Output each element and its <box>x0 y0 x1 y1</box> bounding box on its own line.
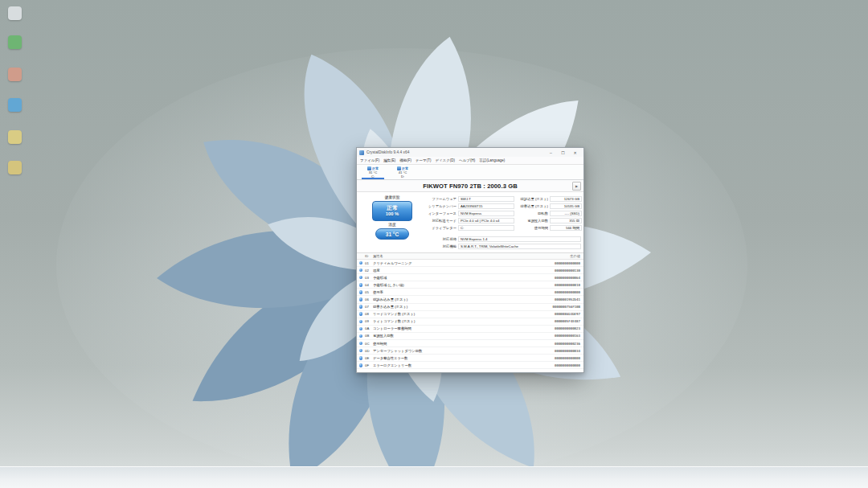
desktop-shortcut-icon[interactable] <box>8 161 22 174</box>
disk-tab[interactable]: 正常 41 °C D: <box>389 166 416 179</box>
smart-attribute-id: 04 <box>365 283 373 287</box>
health-status-button[interactable]: 正常 100 % <box>372 201 412 221</box>
drive-header: FIKWOT FN970 2TB : 2000.3 GB ▶ <box>357 180 583 192</box>
health-status-text: 正常 <box>387 205 398 211</box>
app-icon <box>359 150 364 155</box>
smart-attribute-row[interactable]: 0A コントローラー稼働時間 0000000000023 <box>357 326 583 333</box>
smart-attribute-id: 01 <box>365 261 373 265</box>
info-label-left: ドライブレター <box>426 226 457 230</box>
menu-item[interactable]: 編集(E) <box>383 158 395 162</box>
status-good-icon <box>359 269 363 273</box>
title-bar[interactable]: CrystalDiskInfo 9.4.4 x64 – ☐ ✕ <box>357 148 583 157</box>
menu-item[interactable]: 言語(Language) <box>479 158 505 162</box>
smart-attribute-row[interactable]: 04 予備領域 (しきい値) 0000000000010 <box>357 281 583 289</box>
temperature-value: 31 °C <box>386 232 399 237</box>
status-good-icon <box>359 334 363 338</box>
info-value-left: PCIe 4.0 x4 | PCIe 4.0 x4 <box>458 218 514 224</box>
taskbar[interactable] <box>0 466 868 488</box>
info-row: インターフェース NVM Express 回転数 ---- (SSD) <box>426 210 582 217</box>
info-label-left: シリアルナンバー <box>426 204 457 208</box>
status-good-icon <box>359 320 363 324</box>
menu-item[interactable]: 機能(F) <box>399 158 411 162</box>
minimize-icon[interactable]: – <box>545 149 557 157</box>
smart-attribute-row[interactable]: 0D アンセーフシャットダウン回数 0000000000034 <box>357 347 583 355</box>
next-disk-button[interactable]: ▶ <box>572 182 581 191</box>
smart-attribute-row[interactable]: 0B 電源投入回数 0000000000163 <box>357 333 583 340</box>
info-row-standard: 対応規格 NVM Express 1.4 <box>426 236 582 243</box>
info-label-right: 総読込量 (ホスト) <box>514 197 548 201</box>
smart-attribute-name: 電源投入回数 <box>373 334 532 338</box>
info-label-right: 電源投入回数 <box>514 219 548 223</box>
desktop-shortcut-icon[interactable] <box>8 68 22 81</box>
smart-attribute-row[interactable]: 06 総読み込み量 (ホスト) 0000001952D41 <box>357 296 583 303</box>
window-title: CrystalDiskInfo 9.4.4 x64 <box>366 150 409 154</box>
desktop-shortcut-icon[interactable] <box>8 98 22 112</box>
info-label-left: インターフェース <box>426 211 457 215</box>
smart-attribute-id: 05 <box>365 290 373 294</box>
info-value-right: 12673 GB <box>550 196 582 203</box>
smart-attribute-row[interactable]: 07 総書き込み量 (ホスト) 0000000756F10B <box>357 304 583 311</box>
smart-attribute-name: 総読み込み量 (ホスト) <box>373 297 532 301</box>
health-percent: 100 % <box>386 211 399 217</box>
info-label-left: 対応転送モード <box>426 219 457 223</box>
smart-attribute-id: 0A <box>365 326 373 330</box>
temperature-pill[interactable]: 31 °C <box>375 228 409 240</box>
smart-attribute-name: コントローラー稼働時間 <box>373 326 532 330</box>
desktop-shortcut-icon[interactable] <box>8 6 22 20</box>
smart-id-header: ID <box>365 254 373 258</box>
maximize-icon[interactable]: ☐ <box>557 149 569 157</box>
smart-attribute-id: 03 <box>365 276 373 280</box>
disk-tab[interactable]: 正常 31 °C C: <box>359 166 387 179</box>
smart-name-header: 属性名 <box>373 254 532 258</box>
desktop-shortcut-icon[interactable] <box>8 35 22 49</box>
smart-attribute-raw-value: 0000000000010 <box>532 283 583 287</box>
standard-label: 対応規格 <box>426 237 457 241</box>
smart-attribute-name: アンセーフシャットダウン回数 <box>373 349 532 353</box>
smart-attribute-row[interactable]: 02 温度 0000000000130 <box>357 267 583 274</box>
menu-item[interactable]: ディスク(D) <box>435 158 455 162</box>
menu-item[interactable]: ヘルプ(H) <box>459 158 475 162</box>
menu-item[interactable]: ファイル(F) <box>360 158 379 162</box>
smart-attribute-raw-value: 0000000000034 <box>532 349 583 353</box>
disk-tab-strip: 正常 31 °C C: 正常 41 °C D: <box>357 165 583 180</box>
menu-item[interactable]: テーマ(T) <box>416 158 431 162</box>
smart-attribute-row[interactable]: 05 使用率 0000000000000 <box>357 289 583 296</box>
smart-attribute-row[interactable]: 09 ライトコマンド数 (ホスト) 0000005F4E487 <box>357 318 583 326</box>
close-icon[interactable]: ✕ <box>569 149 581 157</box>
smart-attribute-name: 予備領域 <box>373 276 532 280</box>
status-good-icon <box>359 290 363 294</box>
smart-attribute-raw-value: 0000000000000 <box>532 356 583 360</box>
info-value-left: AA233946T15 <box>458 203 514 210</box>
smart-attribute-raw-value: 0000000000064 <box>532 276 583 280</box>
info-value-left: C: <box>458 225 514 232</box>
status-good-icon <box>359 363 363 367</box>
temperature-label: 温度 <box>388 222 396 227</box>
status-good-icon <box>359 276 363 280</box>
smart-attribute-row[interactable]: 0E データ整合性エラー数 0000000000000 <box>357 355 583 362</box>
smart-attribute-row[interactable]: 03 予備領域 0000000000064 <box>357 274 583 281</box>
smart-attribute-name: 使用率 <box>373 290 532 294</box>
info-label-right: 総書込量 (ホスト) <box>514 204 548 208</box>
smart-attribute-row[interactable]: 0F エラーログエントリー数 0000000000000 <box>357 362 583 369</box>
smart-attribute-id: 08 <box>365 312 373 316</box>
smart-attribute-name: 使用時間 <box>373 342 532 346</box>
smart-attribute-raw-value: 0000000000163 <box>532 334 583 338</box>
info-value-left: NVM Express <box>458 211 514 217</box>
smart-attribute-row[interactable]: 0C 使用時間 0000000000236 <box>357 340 583 347</box>
smart-attribute-name: 温度 <box>373 269 532 273</box>
smart-attribute-raw-value: 0000000000130 <box>532 269 583 273</box>
smart-attribute-id: 02 <box>365 269 373 273</box>
smart-attribute-id: 0F <box>365 363 373 367</box>
info-row: ドライブレター C: 使用時間 566 時間 <box>426 224 582 232</box>
smart-attribute-row[interactable]: 01 クリティカルワーニング 0000000000000 <box>357 260 583 267</box>
info-value-right: ---- (SSD) <box>550 211 582 217</box>
tab-drive-letter: C: <box>371 174 375 178</box>
smart-attribute-id: 0C <box>365 342 373 346</box>
standard-value: NVM Express 1.4 <box>458 236 581 243</box>
smart-attribute-raw-value: 0000001952D41 <box>532 297 583 301</box>
tab-drive-letter: D: <box>401 174 404 178</box>
drive-info-section: 健康状態 正常 100 % 温度 31 °C ファームウェア SWJ.T <box>357 192 583 252</box>
desktop-shortcut-icon[interactable] <box>8 130 22 144</box>
smart-attribute-row[interactable]: 08 リードコマンド数 (ホスト) 0000086D3DE97 <box>357 311 583 318</box>
drive-model-title: FIKWOT FN970 2TB : 2000.3 GB <box>423 182 518 190</box>
